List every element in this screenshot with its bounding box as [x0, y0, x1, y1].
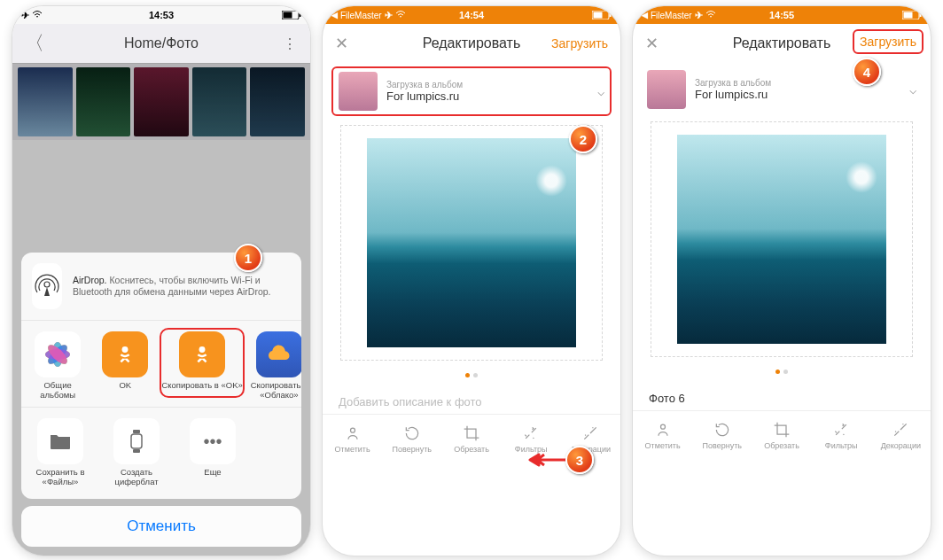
- header: 〈 Home/Фото ⋮: [12, 24, 310, 64]
- ellipsis-icon: •••: [190, 418, 236, 464]
- photos-icon: [35, 331, 81, 377]
- svg-rect-15: [133, 430, 140, 433]
- action-save-to-files[interactable]: Сохранить в «Файлы»: [27, 418, 94, 486]
- watch-icon: [113, 418, 160, 464]
- svg-point-12: [122, 346, 129, 353]
- caption-input[interactable]: Фото 6: [633, 383, 931, 410]
- album-selector[interactable]: Загрузка в альбом For lumpics.ru ⌵: [331, 66, 612, 116]
- status-bar: ✈ 14:53: [12, 6, 310, 24]
- share-actions-row: Сохранить в «Файлы» Создать циферблат ••…: [21, 408, 301, 499]
- status-time: 14:53: [149, 10, 174, 20]
- share-sheet: AirDrop. Коснитесь, чтобы включить Wi-Fi…: [21, 253, 301, 547]
- action-create-watchface[interactable]: Создать циферблат: [103, 418, 170, 486]
- phone-screen-3: ◀ FileMaster ✈ 14:55 ✕ Редактировать Заг…: [632, 5, 931, 556]
- page-title: Home/Фото: [124, 35, 199, 51]
- page-title: Редактировать: [423, 35, 521, 51]
- airdrop-icon: [32, 263, 62, 309]
- header: ✕ Редактировать Загрузить: [323, 24, 620, 63]
- cloud-icon: [256, 331, 301, 377]
- svg-point-20: [350, 428, 355, 432]
- svg-point-3: [44, 282, 50, 287]
- phone-screen-1: ✈ 14:53 〈 Home/Фото ⋮: [12, 5, 311, 556]
- svg-rect-1: [284, 12, 292, 19]
- airplane-mode-icon: ✈: [695, 10, 703, 21]
- ok-icon: [179, 331, 225, 377]
- tool-filters[interactable]: Фильтры: [812, 411, 871, 459]
- share-app-copy-to-ok[interactable]: Скопировать в «OK»: [161, 331, 242, 390]
- tool-crop[interactable]: Обрезать: [752, 411, 811, 459]
- svg-rect-16: [133, 449, 140, 453]
- close-icon[interactable]: ✕: [335, 34, 348, 53]
- tool-rotate[interactable]: Повернуть: [692, 411, 752, 459]
- callout-badge-3: 3: [565, 446, 594, 474]
- callout-badge-4: 4: [853, 58, 881, 86]
- tool-tag[interactable]: Отметить: [323, 415, 382, 463]
- back-icon[interactable]: 〈: [25, 30, 44, 57]
- callout-badge-2: 2: [569, 125, 597, 153]
- status-time: 14:54: [459, 10, 484, 20]
- tool-tag[interactable]: Отметить: [633, 411, 692, 459]
- svg-rect-14: [131, 434, 142, 448]
- upload-button[interactable]: Загрузить: [551, 36, 608, 51]
- action-more[interactable]: ••• Еще: [179, 418, 246, 486]
- caption-input[interactable]: Добавить описание к фото: [323, 386, 620, 414]
- page-indicator: [323, 369, 620, 379]
- album-name: For lumpics.ru: [386, 89, 588, 103]
- wifi-icon: [32, 10, 43, 20]
- album-name: For lumpics.ru: [695, 88, 900, 101]
- airplane-mode-icon: ✈: [21, 10, 29, 21]
- back-to-app-icon[interactable]: ◀: [642, 11, 648, 19]
- album-thumbnail: [647, 70, 686, 109]
- airplane-mode-icon: ✈: [385, 10, 393, 21]
- chevron-down-icon: ⌵: [597, 84, 604, 98]
- photo-preview-area[interactable]: [340, 125, 603, 361]
- photo-preview: [677, 135, 886, 344]
- svg-rect-22: [904, 12, 913, 19]
- share-app-copy-to-cloud[interactable]: Скопировать в «Облако»: [248, 331, 301, 400]
- close-icon[interactable]: ✕: [645, 34, 659, 53]
- status-bar: ◀ FileMaster ✈ 14:55: [633, 6, 931, 24]
- ok-icon: [102, 331, 148, 377]
- status-time: 14:55: [769, 10, 794, 20]
- battery-icon: [592, 11, 612, 19]
- page-indicator: [633, 366, 931, 376]
- page-title: Редактировать: [733, 35, 831, 51]
- cancel-button[interactable]: Отменить: [21, 506, 301, 547]
- chevron-down-icon: ⌵: [909, 82, 916, 97]
- share-apps-row: Общие альбомы OK: [21, 321, 301, 408]
- edit-toolbar: Отметить Повернуть Обрезать Фильтры Деко…: [633, 410, 931, 459]
- svg-point-24: [660, 424, 665, 429]
- photo-preview-area[interactable]: [651, 121, 913, 357]
- tool-crop[interactable]: Обрезать: [441, 415, 501, 463]
- share-app-ok[interactable]: OK: [94, 331, 156, 400]
- status-bar: ◀ FileMaster ✈ 14:54: [323, 6, 620, 24]
- wifi-icon: [395, 10, 406, 20]
- tool-decorations[interactable]: Декорации: [871, 411, 931, 459]
- photo-preview: [367, 138, 576, 347]
- album-thumbnail: [339, 72, 378, 111]
- back-to-app-icon[interactable]: ◀: [331, 11, 338, 19]
- svg-rect-2: [300, 13, 301, 17]
- upload-button[interactable]: Загрузить: [860, 35, 916, 49]
- svg-rect-23: [920, 13, 922, 17]
- more-icon[interactable]: ⋮: [283, 35, 298, 52]
- battery-icon: [282, 11, 301, 19]
- folder-icon: [37, 418, 83, 464]
- tool-rotate[interactable]: Повернуть: [382, 415, 441, 463]
- header: ✕ Редактировать Загрузить: [633, 24, 931, 63]
- album-label: Загрузка в альбом: [386, 80, 588, 89]
- svg-rect-19: [610, 13, 612, 17]
- wifi-icon: [705, 10, 716, 20]
- airdrop-text: AirDrop. Коснитесь, чтобы включить Wi-Fi…: [73, 275, 291, 298]
- share-app-shared-albums[interactable]: Общие альбомы: [27, 331, 89, 400]
- phone-screen-2: ◀ FileMaster ✈ 14:54 ✕ Редактировать Заг…: [322, 5, 621, 556]
- battery-icon: [902, 11, 922, 19]
- callout-badge-1: 1: [234, 244, 262, 272]
- arrow-left-icon: [528, 453, 567, 467]
- svg-point-13: [199, 346, 206, 353]
- svg-rect-18: [594, 12, 603, 19]
- back-to-app-label[interactable]: FileMaster: [651, 11, 692, 20]
- back-to-app-label[interactable]: FileMaster: [340, 11, 382, 20]
